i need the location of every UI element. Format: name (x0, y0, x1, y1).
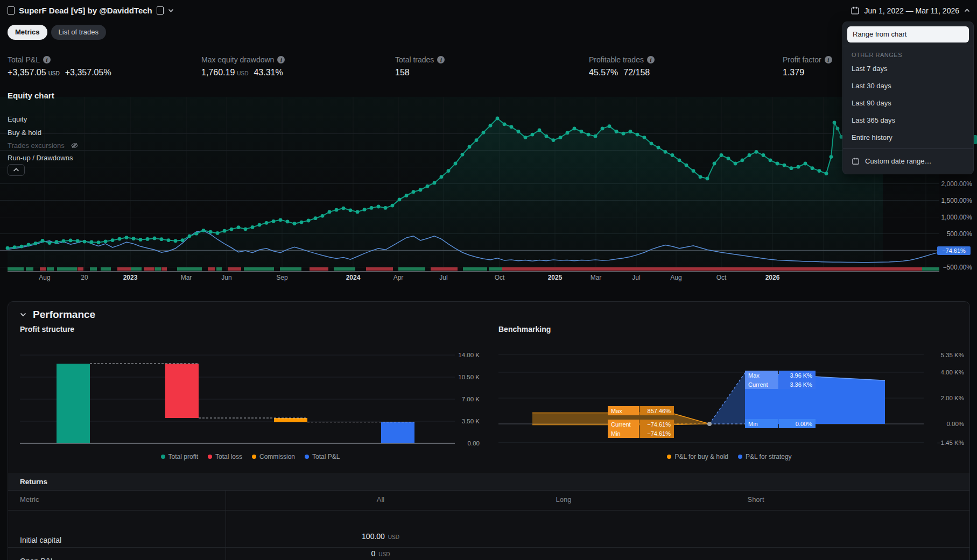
info-icon[interactable]: i (43, 56, 51, 63)
legend-dot (305, 455, 309, 459)
legend-dot (161, 455, 165, 459)
strategy-title: SuperF Dead [v5] by @DaviddTech (19, 6, 152, 15)
stat-value: 45.57%72/158 (589, 68, 655, 77)
placeholder-icon (8, 6, 15, 15)
row-initial-capital-value: 100.00 USD (362, 532, 399, 541)
legend-item[interactable]: Total profit (161, 453, 198, 460)
dropdown-item-last-30-days[interactable]: Last 30 days (843, 77, 973, 95)
legend-item[interactable]: Total loss (208, 453, 242, 460)
currency-label: USD (237, 70, 248, 76)
profit-structure-chart[interactable] (8, 348, 503, 463)
legend-item[interactable]: Commission (252, 453, 295, 460)
legend-item[interactable]: P&L for strategy (738, 453, 792, 460)
x-axis-label: Jul (439, 274, 447, 281)
dropdown-item-last-365-days[interactable]: Last 365 days (843, 112, 973, 129)
stat-label: Total P&Li (8, 55, 111, 64)
y-axis-label: 2,000.00% (941, 180, 972, 188)
column-divider (226, 490, 226, 560)
x-axis-label: Aug (670, 274, 681, 281)
stat-secondary: +3,357.05% (65, 68, 111, 77)
dropdown-item-last-90-days[interactable]: Last 90 days (843, 95, 973, 112)
dropdown-item-entire-history[interactable]: Entire history (843, 129, 973, 146)
returns-title: Returns (20, 478, 47, 486)
stat-total-p-l: Total P&Li+3,357.05USD+3,357.05% (8, 55, 111, 77)
x-axis-label: Jul (632, 274, 640, 281)
benchmarking-legend: P&L for buy & holdP&L for strategy (493, 453, 966, 460)
divider (843, 46, 973, 46)
dropdown-item-last-7-days[interactable]: Last 7 days (843, 60, 973, 77)
y-axis-label: 5.35 K% (926, 352, 964, 358)
calendar-icon (851, 6, 860, 15)
x-axis-label: Sep (276, 274, 287, 281)
x-axis-label: Mar (591, 274, 602, 281)
info-icon[interactable]: i (277, 56, 285, 63)
y-axis-label: 1,000.00% (941, 214, 972, 221)
col-all: All (377, 495, 384, 504)
x-axis-label: 2026 (765, 274, 780, 281)
eye-off-icon (70, 141, 79, 150)
y-axis-label: 2.00 K% (926, 395, 964, 401)
equity-chart[interactable] (0, 97, 977, 282)
stat-profitable-trades: Profitable tradesi45.57%72/158 (589, 55, 655, 77)
stat-secondary: 72/158 (623, 68, 650, 77)
date-range-text: Jun 1, 2022 — Mar 11, 2026 (864, 6, 959, 15)
tab-list-of-trades[interactable]: List of trades (51, 25, 106, 40)
chevron-up-icon (13, 168, 19, 172)
y-axis-label: 0.00% (926, 421, 964, 427)
col-metric: Metric (20, 495, 39, 504)
info-icon[interactable]: i (437, 56, 445, 63)
equity-legend-run-up-drawdowns[interactable]: Run-up / Drawdowns (8, 154, 73, 162)
returns-section-header: Returns (8, 473, 969, 490)
tab-metrics[interactable]: Metrics (8, 25, 47, 40)
dropdown-item-custom-date-range[interactable]: Custom date range… (843, 151, 973, 171)
legend-item[interactable]: Total P&L (305, 453, 340, 460)
view-tabs: MetricsList of trades (8, 25, 106, 40)
col-short: Short (747, 495, 764, 504)
stat-secondary: 43.31% (254, 68, 283, 77)
info-icon[interactable]: i (647, 56, 655, 63)
value-tag: Current3.36 K% (745, 380, 816, 389)
strategy-title-row[interactable]: SuperF Dead [v5] by @DaviddTech (8, 6, 174, 15)
legend-item[interactable]: P&L for buy & hold (667, 453, 728, 460)
legend-dot (252, 455, 256, 459)
benchmarking-chart[interactable] (493, 348, 977, 463)
x-axis-label: Aug (39, 274, 50, 281)
performance-title: Performance (33, 309, 95, 321)
x-axis-label: 2025 (548, 274, 563, 281)
placeholder-icon (157, 6, 164, 15)
x-axis-label: Oct (716, 274, 727, 281)
dropdown-item-range-from-chart[interactable]: Range from chart (847, 26, 969, 42)
y-axis-label: 14.00 K (442, 352, 480, 358)
equity-legend-equity[interactable]: Equity (8, 115, 27, 123)
y-axis-label: 3.50 K (442, 418, 480, 424)
y-axis-label: 1,500.00% (941, 197, 972, 204)
x-axis-label: Jun (221, 274, 231, 281)
performance-header[interactable]: Performance (20, 309, 95, 321)
buy-hold-axis-badge: −74.61% (937, 246, 971, 255)
value-tag: Current−74.61% (608, 420, 674, 429)
stat-label: Max equity drawdowni (201, 55, 285, 64)
stat-profit-factor: Profit factori1.379 (783, 55, 832, 77)
equity-legend-buy-hold[interactable]: Buy & hold (8, 129, 41, 137)
stat-value: 1.379 (783, 68, 832, 77)
legend-dot (208, 455, 212, 459)
stat-value: 158 (395, 68, 445, 77)
x-axis-label: 2023 (123, 274, 138, 281)
info-icon[interactable]: i (825, 56, 832, 63)
dropdown-section-label: OTHER RANGES (852, 52, 965, 58)
legend-dot (738, 455, 742, 459)
x-axis-label: Apr (393, 274, 404, 281)
strategy-tester-app: SuperF Dead [v5] by @DaviddTech Jun 1, 2… (0, 0, 977, 560)
date-range-control[interactable]: Jun 1, 2022 — Mar 11, 2026 (851, 6, 970, 15)
y-axis-label: −500.00% (943, 264, 972, 271)
row-divider (8, 547, 969, 548)
row-open-pnl-value: 0 USD (371, 549, 390, 558)
legend-dot (667, 455, 671, 459)
value-tag: Min0.00% (745, 419, 816, 428)
y-axis-label: 500.00% (947, 230, 972, 238)
stat-value: +3,357.05USD+3,357.05% (8, 68, 111, 77)
collapse-legend-button[interactable] (8, 164, 25, 176)
y-axis-label: 10.50 K (442, 374, 480, 380)
equity-legend-trades-excursions[interactable]: Trades excursions (8, 141, 79, 150)
y-axis-label: 0.00 (442, 440, 480, 446)
